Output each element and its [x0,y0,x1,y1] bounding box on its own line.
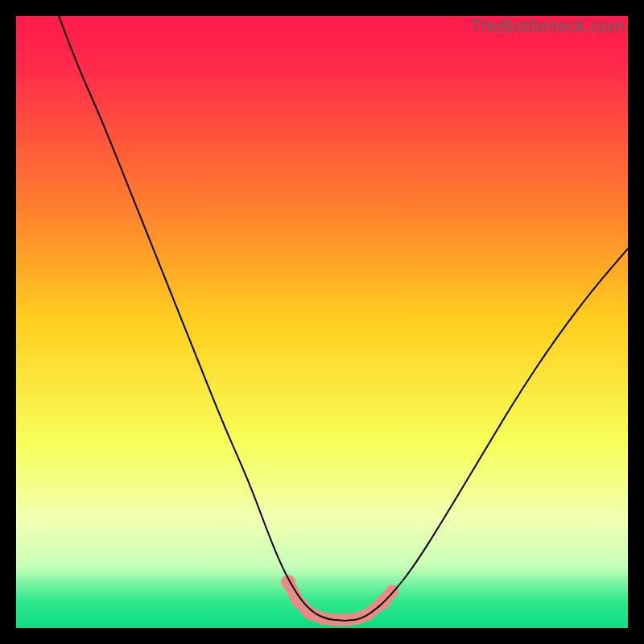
gradient-background [16,16,628,628]
watermark-text: TheBottleneck.com [470,16,625,37]
bottleneck-curve-chart [16,16,628,628]
chart-frame: TheBottleneck.com [16,16,628,628]
